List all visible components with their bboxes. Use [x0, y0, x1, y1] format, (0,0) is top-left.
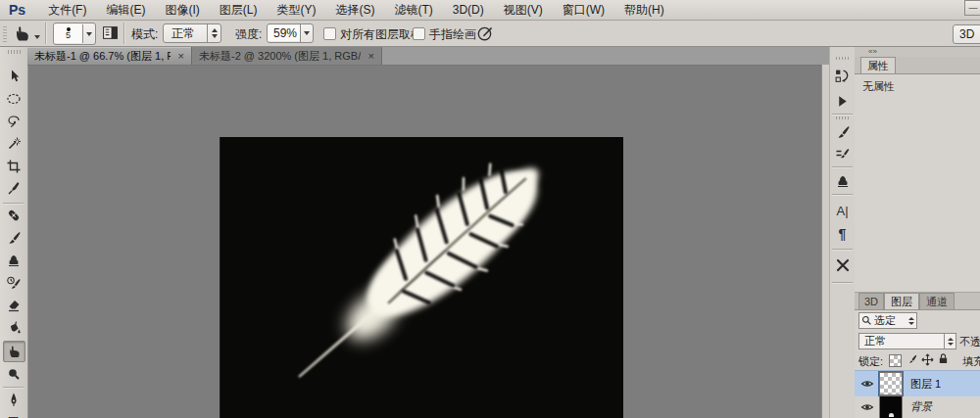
sample-all-layers-checkbox[interactable] [323, 27, 336, 40]
clone-source-panel-button[interactable] [830, 143, 855, 164]
character-panel-button[interactable]: A| [830, 200, 855, 221]
menu-select[interactable]: 选择(S) [325, 2, 384, 19]
minimize-button[interactable]: — [964, 0, 980, 16]
lasso-icon [6, 114, 22, 129]
crop-icon [6, 159, 22, 174]
tab-layers-label: 图层 [891, 295, 912, 309]
tab-channels-label: 通道 [926, 295, 948, 309]
filter-arrows [906, 313, 916, 328]
lock-pixels-icon[interactable] [906, 353, 918, 366]
tool-eraser[interactable] [3, 296, 24, 315]
toggle-brush-panel-button[interactable] [102, 24, 119, 41]
actions-panel-button[interactable] [830, 90, 855, 112]
tools-grip[interactable] [8, 50, 21, 54]
history-panel-button[interactable] [830, 65, 855, 86]
brush-presets-panel-button[interactable] [830, 121, 855, 143]
smudge-tool-icon [7, 344, 23, 359]
opacity-label: 不透明度: [959, 335, 980, 349]
visibility-eye-icon[interactable] [860, 402, 874, 412]
layer-row-background[interactable]: 背景 [855, 395, 980, 418]
tool-crop[interactable] [3, 157, 24, 176]
tool-preset-dropdown-arrow[interactable] [34, 35, 40, 39]
pressure-icon [476, 24, 494, 42]
finger-painting-checkbox[interactable] [413, 27, 425, 40]
layer1-name[interactable]: 图层 1 [910, 377, 941, 392]
dodge-icon [6, 366, 22, 382]
finger-painting-label: 手指绘画 [429, 26, 476, 43]
workspace-switcher-3d[interactable]: 3D [953, 24, 980, 44]
menu-type[interactable]: 类型(Y) [267, 2, 325, 19]
paragraph-panel-icon: ¶ [839, 226, 847, 242]
stamp-icon [835, 173, 851, 189]
properties-tab-row: 属性 [855, 57, 980, 74]
magic-wand-icon [6, 136, 22, 152]
collapse-panels-icon[interactable]: «» [868, 47, 877, 56]
properties-panel-header[interactable]: «» [855, 47, 980, 57]
tool-type[interactable]: T [3, 412, 24, 418]
tool-magic-wand[interactable] [3, 134, 24, 154]
clone-stamp-panel-button[interactable] [830, 170, 855, 192]
layer1-thumbnail[interactable] [879, 372, 903, 395]
menu-filter[interactable]: 滤镜(T) [384, 2, 442, 19]
tool-pen[interactable] [3, 390, 24, 409]
tool-presets-panel-button[interactable] [830, 255, 855, 276]
menu-help[interactable]: 帮助(H) [614, 2, 674, 19]
tool-elliptical-marquee[interactable] [3, 89, 24, 109]
tab-3d[interactable]: 3D [858, 293, 884, 309]
tool-paint-bucket[interactable] [3, 318, 24, 338]
tool-history-brush[interactable] [3, 273, 24, 293]
filter-magnifier-icon [861, 315, 872, 326]
panel-toggle-icon [102, 24, 119, 41]
menu-image[interactable]: 图像(I) [155, 2, 209, 19]
lock-all-icon[interactable] [937, 352, 950, 365]
doc-tab-1-close-icon[interactable]: × [178, 50, 184, 62]
tool-smudge[interactable] [3, 341, 25, 362]
doc-tab-1[interactable]: 未标题-1 @ 66.7% (图层 1, RGB/8) * × [27, 47, 192, 65]
brush-size-value: 5 [66, 31, 71, 40]
tool-move[interactable] [3, 67, 24, 86]
tool-brush[interactable] [3, 228, 24, 248]
menu-3d[interactable]: 3D(D) [443, 3, 494, 17]
doc-tab-2[interactable]: 未标题-2 @ 3200% (图层 1, RGB/8) * × [192, 47, 382, 65]
tool-healing-brush[interactable] [3, 206, 24, 225]
tab-properties[interactable]: 属性 [860, 57, 896, 73]
brush-presets-icon [835, 124, 851, 140]
workspace-label: 3D [959, 27, 974, 41]
separator [45, 23, 47, 44]
lock-position-icon[interactable] [921, 353, 934, 366]
dock-separator [832, 194, 853, 195]
menu-layer[interactable]: 图层(L) [210, 2, 268, 19]
options-grip[interactable] [3, 24, 7, 42]
menu-file[interactable]: 文件(F) [38, 2, 96, 19]
brush-size-picker[interactable]: 5 [53, 23, 96, 45]
mode-select[interactable]: 正常 [163, 23, 221, 43]
tablet-pressure-button[interactable] [476, 24, 494, 42]
tool-dodge[interactable] [3, 364, 24, 384]
dock-grip[interactable] [836, 116, 849, 119]
dock-grip[interactable] [836, 57, 849, 60]
tab-layers[interactable]: 图层 [884, 293, 919, 309]
background-thumbnail[interactable] [879, 395, 903, 418]
background-layer-name[interactable]: 背景 [910, 399, 932, 414]
doc-tab-2-close-icon[interactable]: × [368, 50, 374, 62]
paragraph-panel-button[interactable]: ¶ [830, 223, 855, 245]
strength-input[interactable]: 59% [267, 23, 314, 43]
layer-row-layer1[interactable]: 图层 1 [855, 370, 980, 396]
visibility-eye-icon[interactable] [860, 379, 874, 389]
tool-lasso[interactable] [3, 112, 24, 131]
tool-clone-stamp[interactable] [3, 251, 24, 270]
tool-eyedropper[interactable] [3, 179, 24, 199]
layer-filter-select[interactable]: 选定 [858, 312, 917, 329]
blend-mode-select[interactable]: 正常 [858, 333, 956, 349]
document-canvas[interactable] [220, 137, 623, 418]
doc-tab-2-title: 未标题-2 @ 3200% (图层 1, RGB/8) * [199, 49, 361, 64]
menu-window[interactable]: 窗口(W) [553, 2, 614, 19]
lock-transparency-icon[interactable] [889, 354, 902, 367]
tab-channels[interactable]: 通道 [919, 293, 955, 309]
clone-stamp-icon [6, 253, 22, 268]
brush-dropdown-arrow [86, 32, 92, 36]
smudge-tool-preset-button[interactable] [13, 23, 32, 43]
menu-edit[interactable]: 编辑(E) [96, 2, 155, 19]
menu-view[interactable]: 视图(V) [494, 2, 553, 19]
separator [123, 23, 125, 44]
